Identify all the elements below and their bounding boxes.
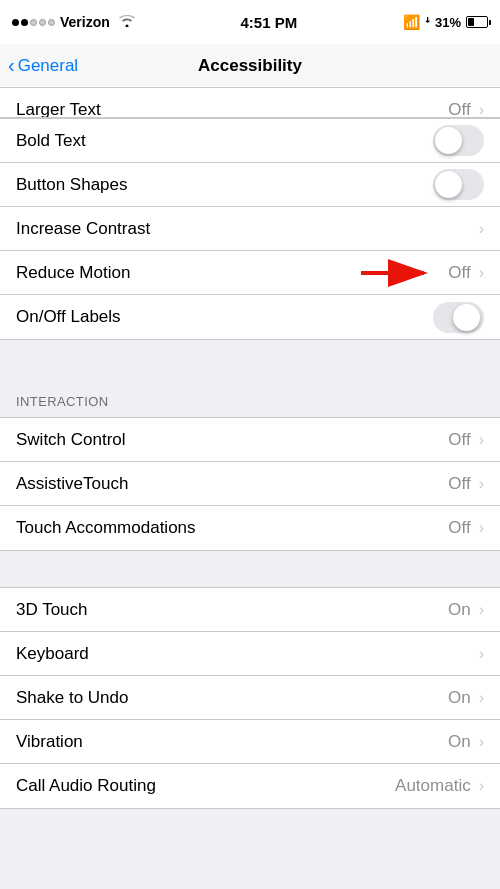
battery-percent: 31% [435, 15, 461, 30]
list-item-shake-to-undo[interactable]: Shake to Undo On › [0, 676, 500, 720]
signal-dot-4 [39, 19, 46, 26]
section-gap-2 [0, 551, 500, 587]
navigation-bar: ‹ General Accessibility [0, 44, 500, 88]
increase-contrast-label: Increase Contrast [16, 219, 477, 239]
red-arrow-icon [356, 259, 436, 287]
bold-text-toggle[interactable] [433, 125, 484, 156]
signal-dot-1 [12, 19, 19, 26]
call-audio-routing-right: Automatic › [395, 776, 484, 796]
bold-text-label: Bold Text [16, 131, 433, 151]
status-right: 📶 ꜜ 31% [403, 14, 488, 30]
switch-control-label: Switch Control [16, 430, 448, 450]
larger-text-label: Larger Text [16, 100, 448, 118]
interaction-section-header: INTERACTION [0, 376, 500, 417]
toggle-knob [435, 127, 462, 154]
touch-accommodations-value: Off [448, 518, 470, 538]
call-audio-routing-label: Call Audio Routing [16, 776, 395, 796]
list-item-switch-control[interactable]: Switch Control Off › [0, 418, 500, 462]
vibration-value: On [448, 732, 471, 752]
keyboard-label: Keyboard [16, 644, 477, 664]
signal-strength [12, 19, 55, 26]
list-item-vibration[interactable]: Vibration On › [0, 720, 500, 764]
chevron-icon: › [479, 689, 484, 707]
list-item-increase-contrast[interactable]: Increase Contrast › [0, 207, 500, 251]
list-item-onoff-labels[interactable]: On/Off Labels [0, 295, 500, 339]
list-item-touch-accommodations[interactable]: Touch Accommodations Off › [0, 506, 500, 550]
back-chevron-icon: ‹ [8, 55, 15, 75]
chevron-icon: › [479, 519, 484, 537]
page-title: Accessibility [198, 56, 302, 76]
3d-touch-value: On [448, 600, 471, 620]
button-shapes-label: Button Shapes [16, 175, 433, 195]
assistivetouch-label: AssistiveTouch [16, 474, 448, 494]
keyboard-right: › [477, 645, 484, 663]
list-item-assistivetouch[interactable]: AssistiveTouch Off › [0, 462, 500, 506]
larger-text-right: Off › [448, 100, 484, 118]
chevron-icon: › [479, 645, 484, 663]
section-gap-1 [0, 340, 500, 376]
chevron-icon: › [479, 101, 484, 118]
bluetooth-icon: 📶 [403, 14, 420, 30]
switch-control-right: Off › [448, 430, 484, 450]
vision-section: Bold Text Button Shapes Increase Contras… [0, 118, 500, 340]
status-left: Verizon [12, 14, 135, 30]
signal-dot-3 [30, 19, 37, 26]
button-shapes-toggle[interactable] [433, 169, 484, 200]
status-time: 4:51 PM [241, 14, 298, 31]
list-item-larger-text[interactable]: Larger Text Off › [0, 88, 500, 118]
assistivetouch-value: Off [448, 474, 470, 494]
assistivetouch-right: Off › [448, 474, 484, 494]
shake-to-undo-right: On › [448, 688, 484, 708]
reduce-motion-label: Reduce Motion [16, 263, 356, 283]
signal-dot-5 [48, 19, 55, 26]
touch-accommodations-right: Off › [448, 518, 484, 538]
chevron-icon: › [479, 264, 484, 282]
larger-text-value: Off [448, 100, 470, 118]
vibration-label: Vibration [16, 732, 448, 752]
chevron-icon: › [479, 431, 484, 449]
back-label: General [18, 56, 78, 76]
chevron-icon: › [479, 777, 484, 795]
list-item-reduce-motion[interactable]: Reduce Motion Off › [0, 251, 500, 295]
bluetooth-label: ꜜ [425, 15, 430, 30]
wifi-icon [119, 15, 135, 30]
chevron-icon: › [479, 733, 484, 751]
shake-to-undo-label: Shake to Undo [16, 688, 448, 708]
larger-text-partial: Larger Text Off › [0, 88, 500, 118]
touch-accommodations-label: Touch Accommodations [16, 518, 448, 538]
switch-control-value: Off [448, 430, 470, 450]
carrier-label: Verizon [60, 14, 110, 30]
list-item-keyboard[interactable]: Keyboard › [0, 632, 500, 676]
reduce-motion-right: Off › [356, 259, 484, 287]
call-audio-routing-value: Automatic [395, 776, 471, 796]
chevron-icon: › [479, 475, 484, 493]
signal-dot-2 [21, 19, 28, 26]
shake-to-undo-value: On [448, 688, 471, 708]
toggle-knob [453, 304, 480, 331]
vibration-right: On › [448, 732, 484, 752]
toggle-knob [435, 171, 462, 198]
chevron-icon: › [479, 220, 484, 238]
list-item-button-shapes[interactable]: Button Shapes [0, 163, 500, 207]
onoff-labels-toggle[interactable] [433, 302, 484, 333]
battery-fill [468, 18, 474, 26]
increase-contrast-right: › [477, 220, 484, 238]
status-bar: Verizon 4:51 PM 📶 ꜜ 31% [0, 0, 500, 44]
3d-touch-label: 3D Touch [16, 600, 448, 620]
list-item-bold-text[interactable]: Bold Text [0, 119, 500, 163]
list-item-call-audio-routing[interactable]: Call Audio Routing Automatic › [0, 764, 500, 808]
reduce-motion-value: Off [448, 263, 470, 283]
3d-touch-right: On › [448, 600, 484, 620]
chevron-icon: › [479, 601, 484, 619]
battery-icon [466, 16, 488, 28]
back-button[interactable]: ‹ General [8, 56, 78, 76]
onoff-labels-label: On/Off Labels [16, 307, 433, 327]
interaction-section: Switch Control Off › AssistiveTouch Off … [0, 417, 500, 551]
more-section: 3D Touch On › Keyboard › Shake to Undo O… [0, 587, 500, 809]
list-item-3d-touch[interactable]: 3D Touch On › [0, 588, 500, 632]
